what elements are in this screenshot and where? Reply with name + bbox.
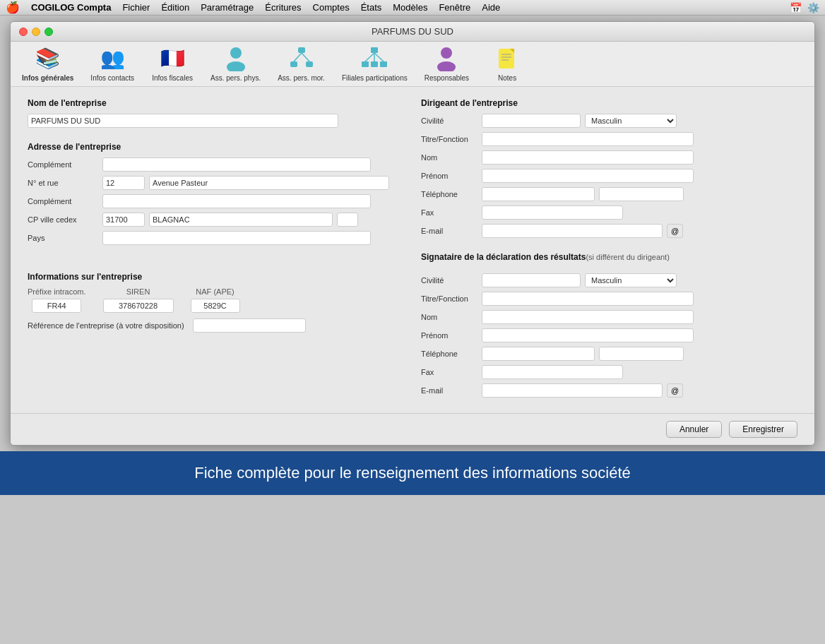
tab-notes-label: Notes xyxy=(498,74,516,82)
num-input[interactable] xyxy=(102,176,145,190)
svg-rect-4 xyxy=(306,61,313,67)
annuler-button[interactable]: Annuler xyxy=(666,421,722,438)
dirigeant-fax-input[interactable] xyxy=(482,205,623,220)
dirigeant-prenom-input[interactable] xyxy=(482,169,694,183)
menu-edition[interactable]: Édition xyxy=(161,2,189,13)
dirigeant-section: Dirigeant de l'entreprise Civilité Mascu… xyxy=(421,98,797,238)
tab-infos-generales-label: Infos générales xyxy=(22,74,73,82)
signataire-fax-input[interactable] xyxy=(482,365,623,379)
signataire-section: Signataire de la déclaration des résulta… xyxy=(421,252,797,398)
signataire-fax-row: Fax xyxy=(421,365,797,379)
code-input[interactable] xyxy=(337,213,358,227)
info-entreprise-title: Informations sur l'entreprise xyxy=(28,272,404,282)
enregistrer-button[interactable]: Enregistrer xyxy=(729,421,797,438)
dirigeant-email-input[interactable] xyxy=(482,224,663,238)
signataire-titre-row: Titre/Fonction xyxy=(421,292,797,306)
menu-etats[interactable]: États xyxy=(361,2,382,13)
svg-line-14 xyxy=(374,53,384,61)
menu-aide[interactable]: Aide xyxy=(482,2,500,13)
ville-input[interactable] xyxy=(149,213,333,227)
dirigeant-civilite-input[interactable] xyxy=(482,114,581,128)
signataire-civilite-select[interactable]: Masculin Féminin xyxy=(585,273,677,287)
menu-fenetre[interactable]: Fenêtre xyxy=(439,2,470,13)
tab-ass-pers-phys[interactable]: Ass. pers. phys. xyxy=(210,46,261,82)
signataire-prenom-label: Prénom xyxy=(421,331,477,340)
tab-filiales-label: Filiales participations xyxy=(342,74,408,82)
signataire-prenom-input[interactable] xyxy=(482,328,694,342)
signataire-email-input[interactable] xyxy=(482,383,663,398)
siren-col: SIREN xyxy=(103,287,174,313)
pays-input[interactable] xyxy=(102,231,371,245)
dirigeant-at-button[interactable]: @ xyxy=(667,224,683,238)
signataire-titre-input[interactable] xyxy=(482,292,694,306)
dirigeant-civilite-select[interactable]: Masculin Féminin xyxy=(585,114,677,128)
main-window: PARFUMS DU SUD 📚 Infos générales 👥 Infos… xyxy=(10,21,815,446)
svg-rect-9 xyxy=(362,61,369,67)
menu-parametrage[interactable]: Paramétrage xyxy=(201,2,254,13)
signataire-at-button[interactable]: @ xyxy=(667,383,683,398)
dirigeant-title: Dirigeant de l'entreprise xyxy=(421,98,797,108)
complement1-input[interactable] xyxy=(102,157,371,172)
svg-rect-17 xyxy=(499,49,514,68)
rue-input[interactable] xyxy=(149,176,389,190)
signataire-tel2-input[interactable] xyxy=(599,347,684,361)
siren-label: SIREN xyxy=(126,287,150,296)
complement2-input[interactable] xyxy=(102,194,371,208)
svg-line-5 xyxy=(294,53,302,61)
tab-infos-fiscales-label: Infos fiscales xyxy=(152,74,193,82)
dirigeant-civilite-label: Civilité xyxy=(421,117,477,125)
naf-label: NAF (APE) xyxy=(196,287,234,296)
svg-rect-8 xyxy=(371,47,378,53)
tab-ass-pers-mor-label: Ass. pers. mor. xyxy=(278,74,325,82)
dirigeant-nom-input[interactable] xyxy=(482,150,694,165)
tab-notes[interactable]: Notes xyxy=(486,46,528,82)
signataire-sublabel: (si différent du dirigeant) xyxy=(586,253,669,261)
menu-modeles[interactable]: Modèles xyxy=(393,2,427,13)
nom-entreprise-input[interactable] xyxy=(28,114,338,128)
signataire-title: Signataire de la déclaration des résulta… xyxy=(421,252,586,262)
naf-input[interactable] xyxy=(191,299,240,313)
menu-ecritures[interactable]: Écritures xyxy=(265,2,301,13)
signataire-tel1-input[interactable] xyxy=(482,347,595,361)
signataire-civilite-row: Civilité Masculin Féminin xyxy=(421,273,797,287)
dirigeant-tel2-input[interactable] xyxy=(599,187,684,201)
tab-infos-contacts[interactable]: 👥 Infos contacts xyxy=(90,46,134,82)
tab-responsables[interactable]: Responsables xyxy=(425,46,469,82)
apple-menu[interactable]: 🍎 xyxy=(6,1,20,14)
tab-infos-fiscales[interactable]: 🇫🇷 Infos fiscales xyxy=(151,46,194,82)
svg-point-16 xyxy=(437,61,456,71)
tab-filiales[interactable]: Filiales participations xyxy=(342,46,408,82)
ref-input[interactable] xyxy=(193,318,306,333)
pays-row: Pays xyxy=(28,231,404,245)
dirigeant-tel1-input[interactable] xyxy=(482,187,595,201)
gear-icon[interactable]: ⚙️ xyxy=(807,2,819,13)
dirigeant-tel-row: Téléphone xyxy=(421,187,797,201)
calendar-icon[interactable]: 📅 xyxy=(790,2,802,13)
maximize-button[interactable] xyxy=(44,28,53,36)
dirigeant-titre-input[interactable] xyxy=(482,132,694,146)
signataire-tel-row: Téléphone xyxy=(421,347,797,361)
ref-label: Référence de l'entreprise (à votre dispo… xyxy=(28,321,184,330)
signataire-fax-label: Fax xyxy=(421,368,477,376)
menu-fichier[interactable]: Fichier xyxy=(122,2,150,13)
cp-input[interactable] xyxy=(102,213,145,227)
siren-input[interactable] xyxy=(103,299,174,313)
tab-ass-pers-mor[interactable]: Ass. pers. mor. xyxy=(278,46,325,82)
menu-comptes[interactable]: Comptes xyxy=(313,2,350,13)
dirigeant-prenom-label: Prénom xyxy=(421,172,477,180)
dirigeant-titre-label: Titre/Fonction xyxy=(421,135,477,143)
dirigeant-fax-label: Fax xyxy=(421,208,477,217)
signataire-nom-input[interactable] xyxy=(482,310,694,324)
adresse-title: Adresse de l'entreprise xyxy=(28,142,404,152)
ref-row: Référence de l'entreprise (à votre dispo… xyxy=(28,318,404,333)
tab-infos-generales[interactable]: 📚 Infos générales xyxy=(22,46,73,82)
signataire-civilite-input[interactable] xyxy=(482,273,581,287)
svg-rect-3 xyxy=(290,61,297,67)
signataire-email-label: E-mail xyxy=(421,386,477,395)
dirigeant-tel-label: Téléphone xyxy=(421,190,477,198)
close-button[interactable] xyxy=(19,28,28,36)
prefixe-input[interactable] xyxy=(32,299,81,313)
toolbar: 📚 Infos générales 👥 Infos contacts 🇫🇷 In… xyxy=(11,42,814,87)
minimize-button[interactable] xyxy=(32,28,40,36)
filiales-icon xyxy=(360,46,388,71)
